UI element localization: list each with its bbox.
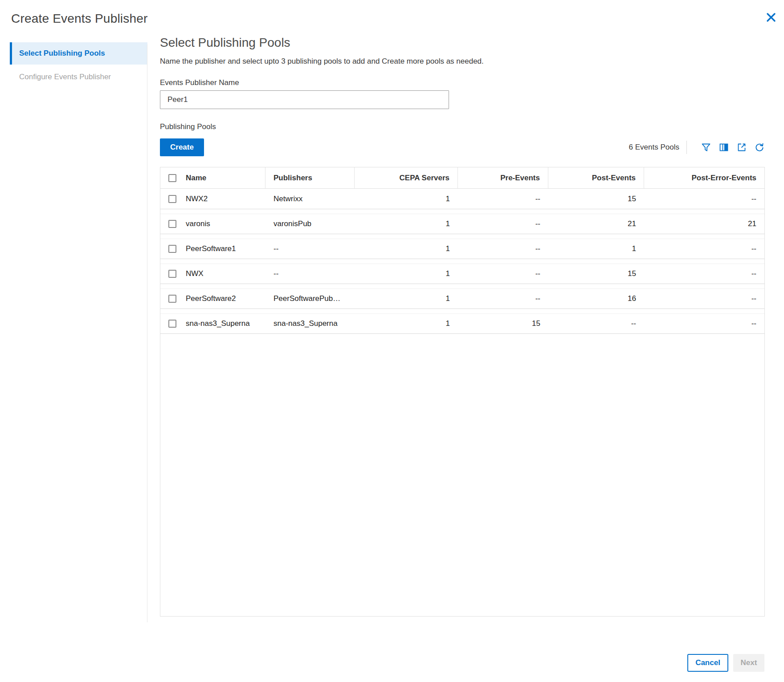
cell-pre-events: 15 (458, 319, 548, 328)
table-row[interactable]: varonis varonisPub 1 -- 21 21 (160, 214, 764, 234)
wizard-steps: Select Publishing Pools Configure Events… (10, 42, 147, 86)
cell-post-events: 15 (548, 195, 644, 203)
cell-publishers: PeerSoftwarePub… (265, 294, 355, 303)
cell-post-events: 15 (548, 269, 644, 278)
close-icon[interactable] (764, 11, 778, 24)
cell-publishers: varonisPub (265, 219, 355, 228)
cell-name: NWX2 (186, 195, 208, 203)
cell-publishers: sna-nas3_Superna (265, 319, 355, 328)
filter-icon[interactable] (701, 142, 711, 153)
row-checkbox[interactable] (168, 295, 176, 303)
publisher-name-input[interactable] (160, 90, 449, 109)
cell-name: sna-nas3_Superna (186, 319, 250, 328)
table-row[interactable]: NWX -- 1 -- 15 -- (160, 264, 764, 284)
cell-name: PeerSoftware1 (186, 244, 236, 253)
columns-icon[interactable] (719, 142, 729, 153)
cell-post-error-events: -- (644, 294, 764, 303)
step-label: Select Publishing Pools (19, 49, 105, 57)
cell-name: NWX (186, 269, 204, 278)
sidebar-divider (147, 45, 147, 622)
table-row[interactable]: PeerSoftware1 -- 1 -- 1 -- (160, 239, 764, 259)
table-header: Name Publishers CEPA Servers Pre-Events … (160, 167, 764, 189)
cell-name: varonis (186, 219, 210, 228)
next-button[interactable]: Next (733, 654, 764, 672)
cell-post-error-events: -- (644, 244, 764, 253)
cell-post-events: -- (548, 319, 644, 328)
row-checkbox[interactable] (168, 220, 176, 228)
cell-pre-events: -- (458, 244, 548, 253)
cell-post-error-events: -- (644, 195, 764, 203)
cell-cepa-servers: 1 (355, 244, 458, 253)
cell-name: PeerSoftware2 (186, 294, 236, 303)
header-publishers: Publishers (265, 167, 355, 188)
step-configure-events-publisher: Configure Events Publisher (10, 65, 147, 86)
cell-post-error-events: -- (644, 319, 764, 328)
row-checkbox[interactable] (168, 320, 176, 328)
cell-cepa-servers: 1 (355, 294, 458, 303)
toolbar-right: 6 Events Pools (629, 141, 765, 154)
header-post-error-events: Post-Error-Events (644, 167, 764, 188)
publishing-pools-label: Publishing Pools (160, 122, 765, 131)
step-select-publishing-pools[interactable]: Select Publishing Pools (10, 42, 147, 65)
pool-count: 6 Events Pools (629, 143, 679, 152)
step-label: Configure Events Publisher (19, 73, 111, 81)
export-icon[interactable] (736, 142, 747, 153)
page-title: Create Events Publisher (11, 12, 148, 26)
refresh-icon[interactable] (754, 142, 765, 153)
cell-cepa-servers: 1 (355, 219, 458, 228)
cell-cepa-servers: 1 (355, 195, 458, 203)
header-pre-events: Pre-Events (458, 167, 548, 188)
select-all-checkbox[interactable] (168, 174, 176, 182)
content-heading: Select Publishing Pools (160, 36, 765, 50)
toolbar-divider (686, 141, 687, 154)
main-panel: Select Publishing Pools Name the publish… (160, 36, 765, 617)
cell-post-events: 16 (548, 294, 644, 303)
dialog-footer: Cancel Next (687, 654, 764, 672)
pools-toolbar: Create 6 Events Pools (160, 138, 765, 156)
table-row[interactable]: PeerSoftware2 PeerSoftwarePub… 1 -- 16 -… (160, 288, 764, 309)
content-description: Name the publisher and select upto 3 pub… (160, 57, 765, 66)
cancel-button[interactable]: Cancel (687, 654, 728, 672)
header-post-events: Post-Events (548, 167, 644, 188)
table-row[interactable]: NWX2 Netwrixx 1 -- 15 -- (160, 189, 764, 209)
cell-publishers: -- (265, 269, 355, 278)
cell-pre-events: -- (458, 269, 548, 278)
cell-pre-events: -- (458, 219, 548, 228)
row-checkbox[interactable] (168, 195, 176, 203)
cell-pre-events: -- (458, 195, 548, 203)
publishing-pools-table: Name Publishers CEPA Servers Pre-Events … (160, 167, 765, 617)
header-name: Name (160, 167, 265, 188)
cell-publishers: -- (265, 244, 355, 253)
cell-cepa-servers: 1 (355, 269, 458, 278)
header-name-label: Name (186, 174, 206, 183)
row-checkbox[interactable] (168, 245, 176, 253)
create-pool-button[interactable]: Create (160, 138, 204, 156)
cell-publishers: Netwrixx (265, 195, 355, 203)
cell-post-error-events: -- (644, 269, 764, 278)
row-checkbox[interactable] (168, 270, 176, 278)
cell-cepa-servers: 1 (355, 319, 458, 328)
cell-post-events: 21 (548, 219, 644, 228)
cell-pre-events: -- (458, 294, 548, 303)
cell-post-error-events: 21 (644, 219, 764, 228)
table-row[interactable]: sna-nas3_Superna sna-nas3_Superna 1 15 -… (160, 313, 764, 334)
publisher-name-label: Events Publisher Name (160, 78, 765, 87)
cell-post-events: 1 (548, 244, 644, 253)
header-cepa-servers: CEPA Servers (355, 167, 458, 188)
